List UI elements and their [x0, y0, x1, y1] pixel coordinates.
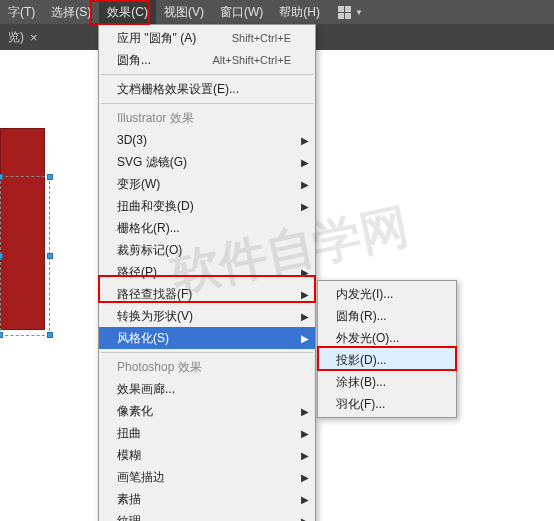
chevron-right-icon: ▶	[301, 516, 309, 522]
submenu-round-corners[interactable]: 圆角(R)...	[318, 305, 456, 327]
separator	[101, 103, 313, 104]
menu-help[interactable]: 帮助(H)	[271, 0, 328, 24]
chevron-right-icon: ▶	[301, 333, 309, 344]
menu-svg-filter[interactable]: SVG 滤镜(G)▶	[99, 151, 315, 173]
chevron-right-icon: ▶	[301, 157, 309, 168]
menu-convert-shape[interactable]: 转换为形状(V)▶	[99, 305, 315, 327]
close-icon[interactable]: ×	[30, 30, 38, 45]
chevron-right-icon: ▶	[301, 494, 309, 505]
menu-window[interactable]: 窗口(W)	[212, 0, 271, 24]
submenu-feather[interactable]: 羽化(F)...	[318, 393, 456, 415]
chevron-right-icon: ▶	[301, 179, 309, 190]
menu-3d[interactable]: 3D(3)▶	[99, 129, 315, 151]
chevron-right-icon: ▶	[301, 289, 309, 300]
tab-label: 览)	[8, 29, 24, 46]
menu-distort-transform[interactable]: 扭曲和变换(D)▶	[99, 195, 315, 217]
handle-tl[interactable]	[0, 174, 3, 180]
menu-view[interactable]: 视图(V)	[156, 0, 212, 24]
chevron-right-icon: ▶	[301, 450, 309, 461]
menu-crop-marks[interactable]: 裁剪标记(O)	[99, 239, 315, 261]
menu-rasterize[interactable]: 栅格化(R)...	[99, 217, 315, 239]
chevron-right-icon: ▶	[301, 267, 309, 278]
stylize-submenu: 内发光(I)... 圆角(R)... 外发光(O)... 投影(D)... 涂抹…	[317, 280, 457, 418]
menu-last-effect[interactable]: 圆角... Alt+Shift+Ctrl+E	[99, 49, 315, 71]
menu-apply-last[interactable]: 应用 "圆角" (A) Shift+Ctrl+E	[99, 27, 315, 49]
chevron-right-icon: ▶	[301, 472, 309, 483]
group-header-illustrator: Illustrator 效果	[99, 107, 315, 129]
menu-pixelate[interactable]: 像素化▶	[99, 400, 315, 422]
menu-type[interactable]: 字(T)	[0, 0, 43, 24]
effect-menu-dropdown: 应用 "圆角" (A) Shift+Ctrl+E 圆角... Alt+Shift…	[98, 24, 316, 521]
chevron-right-icon: ▶	[301, 135, 309, 146]
menu-sketch[interactable]: 素描▶	[99, 488, 315, 510]
handle-bl[interactable]	[0, 332, 3, 338]
menu-stylize[interactable]: 风格化(S)▶	[99, 327, 315, 349]
menu-pathfinder[interactable]: 路径查找器(F)▶	[99, 283, 315, 305]
menu-warp[interactable]: 变形(W)▶	[99, 173, 315, 195]
menu-effect-gallery[interactable]: 效果画廊...	[99, 378, 315, 400]
menubar: 字(T) 选择(S) 效果(C) 视图(V) 窗口(W) 帮助(H) ▼	[0, 0, 554, 24]
group-header-photoshop: Photoshop 效果	[99, 356, 315, 378]
chevron-right-icon: ▶	[301, 406, 309, 417]
menu-texture[interactable]: 纹理▶	[99, 510, 315, 521]
canvas-area	[0, 50, 98, 521]
submenu-outer-glow[interactable]: 外发光(O)...	[318, 327, 456, 349]
chevron-right-icon: ▶	[301, 311, 309, 322]
chevron-right-icon: ▶	[301, 201, 309, 212]
menu-brush-strokes[interactable]: 画笔描边▶	[99, 466, 315, 488]
chevron-right-icon: ▶	[301, 428, 309, 439]
handle-br[interactable]	[47, 332, 53, 338]
submenu-inner-glow[interactable]: 内发光(I)...	[318, 283, 456, 305]
menu-blur[interactable]: 模糊▶	[99, 444, 315, 466]
separator	[101, 352, 313, 353]
menu-effect[interactable]: 效果(C)	[99, 0, 156, 24]
separator	[101, 74, 313, 75]
handle-ml[interactable]	[0, 253, 3, 259]
submenu-scribble[interactable]: 涂抹(B)...	[318, 371, 456, 393]
menu-doc-raster-settings[interactable]: 文档栅格效果设置(E)...	[99, 78, 315, 100]
menu-path[interactable]: 路径(P)▶	[99, 261, 315, 283]
workspace-switcher[interactable]: ▼	[338, 6, 363, 19]
handle-tr[interactable]	[47, 174, 53, 180]
document-tab[interactable]: 览) ×	[0, 24, 46, 50]
menu-select[interactable]: 选择(S)	[43, 0, 99, 24]
bounding-box	[0, 176, 50, 336]
handle-mr[interactable]	[47, 253, 53, 259]
menu-distort[interactable]: 扭曲▶	[99, 422, 315, 444]
submenu-drop-shadow[interactable]: 投影(D)...	[318, 349, 456, 371]
